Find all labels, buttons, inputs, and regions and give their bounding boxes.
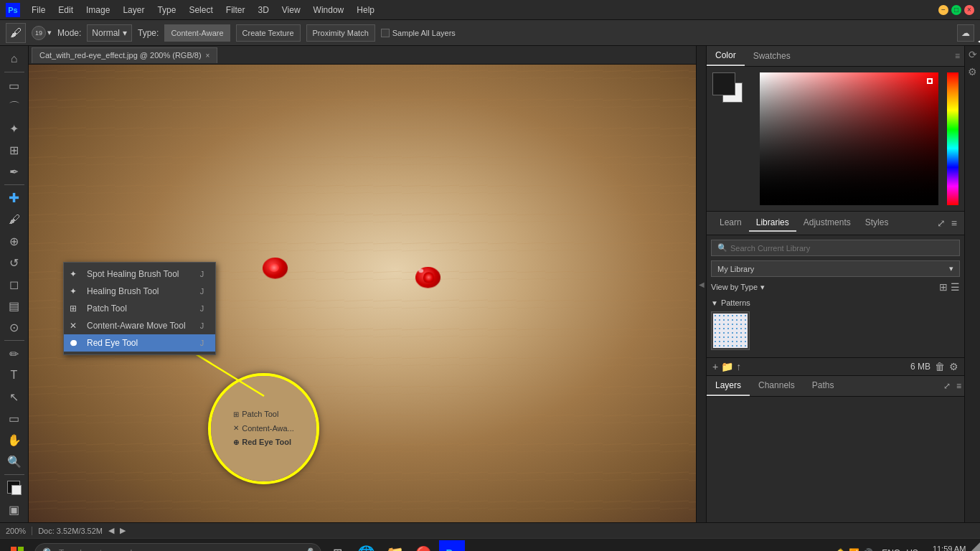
context-menu: ✦ Spot Healing Brush Tool J ✦ Healing Br… bbox=[63, 262, 216, 355]
lib-search-input[interactable] bbox=[730, 244, 953, 253]
color-gradient[interactable] bbox=[760, 72, 938, 205]
photoshop-icon[interactable]: Ps bbox=[439, 540, 465, 552]
clone-tool[interactable]: ⊕ bbox=[3, 231, 26, 251]
brush-tool[interactable]: 🖌 bbox=[3, 209, 26, 230]
tool-preset-btn[interactable]: 🖌 bbox=[6, 23, 26, 43]
lib-expand-icon[interactable]: ⤢ bbox=[936, 216, 947, 230]
tab-paths[interactable]: Paths bbox=[804, 376, 843, 396]
tab-learn[interactable]: Learn bbox=[712, 215, 749, 232]
volume-icon[interactable]: 🔊 bbox=[862, 548, 873, 552]
layers-expand-icon[interactable]: ⤢ bbox=[941, 378, 953, 394]
close-button[interactable]: × bbox=[964, 5, 974, 15]
ctx-patch-label: Patch Tool bbox=[87, 303, 127, 314]
menu-select[interactable]: Select bbox=[183, 4, 218, 17]
sample-all-layers-checkbox[interactable] bbox=[381, 29, 390, 37]
lib-dropdown[interactable]: My Library ▾ bbox=[711, 260, 960, 277]
tab-color[interactable]: Color bbox=[707, 46, 745, 66]
color-panel-menu[interactable]: ≡ bbox=[951, 48, 964, 64]
minimize-button[interactable]: − bbox=[938, 5, 948, 15]
blur-tool[interactable]: ⊙ bbox=[3, 317, 26, 337]
zoom-tool[interactable]: 🔍 bbox=[3, 451, 26, 471]
document-tab[interactable]: Cat_with_red-eye_effect.jpg @ 200% (RGB/… bbox=[32, 47, 217, 63]
menu-edit[interactable]: Edit bbox=[52, 4, 79, 17]
menu-help[interactable]: Help bbox=[351, 4, 380, 17]
layers-menu-icon[interactable]: ≡ bbox=[953, 378, 964, 394]
hue-bar[interactable] bbox=[947, 72, 958, 205]
marquee-tool[interactable]: ▭ bbox=[3, 75, 26, 95]
menu-image[interactable]: Image bbox=[80, 4, 116, 17]
quick-select-tool[interactable]: ✦ bbox=[3, 118, 26, 138]
status-nav-left[interactable]: ◀ bbox=[108, 526, 114, 535]
eyedropper-tool[interactable]: ✒ bbox=[3, 161, 26, 182]
tab-layers[interactable]: Layers bbox=[707, 376, 750, 396]
view-by-type-btn[interactable]: View by Type ▾ bbox=[711, 283, 765, 292]
lib-menu-icon[interactable]: ≡ bbox=[950, 216, 958, 230]
ctx-content-aware-move[interactable]: ✕ Content-Aware Move Tool J bbox=[64, 317, 215, 334]
add-item-icon[interactable]: + bbox=[712, 361, 718, 372]
hand-tool[interactable]: ✋ bbox=[3, 430, 26, 450]
gradient-tool[interactable]: ▤ bbox=[3, 296, 26, 316]
menu-window[interactable]: Window bbox=[308, 4, 350, 17]
tab-adjustments[interactable]: Adjustments bbox=[796, 215, 858, 232]
microphone-icon[interactable]: 🎤 bbox=[301, 547, 314, 552]
pattern-thumbnail[interactable] bbox=[711, 311, 750, 350]
tab-channels[interactable]: Channels bbox=[750, 376, 804, 396]
ctx-healing-brush-label: Healing Brush Tool bbox=[87, 286, 159, 296]
tab-close-btn[interactable]: × bbox=[206, 52, 210, 60]
chrome-icon[interactable]: 🔴 bbox=[410, 540, 436, 552]
history-tool[interactable]: ↺ bbox=[3, 253, 26, 273]
ctx-spot-healing[interactable]: ✦ Spot Healing Brush Tool J bbox=[64, 265, 215, 283]
menu-3d[interactable]: 3D bbox=[252, 4, 274, 17]
tab-swatches[interactable]: Swatches bbox=[745, 47, 799, 65]
ctx-red-eye[interactable]: ⊕ Red Eye Tool J bbox=[64, 334, 215, 352]
foreground-color[interactable] bbox=[3, 478, 26, 498]
task-view-btn[interactable]: ⊞ bbox=[324, 540, 350, 552]
delete-icon[interactable]: 🗑 bbox=[935, 361, 945, 372]
mode-dropdown[interactable]: Normal ▾ bbox=[87, 24, 132, 42]
type-btn-proximity-match[interactable]: Proximity Match bbox=[306, 24, 375, 42]
upload-icon[interactable]: ↑ bbox=[736, 361, 741, 372]
maximize-button[interactable]: □ bbox=[951, 5, 961, 15]
menu-view[interactable]: View bbox=[276, 4, 306, 17]
network-icon[interactable]: 📶 bbox=[849, 548, 859, 552]
crop-tool[interactable]: ⊞ bbox=[3, 140, 26, 160]
type-btn-content-aware[interactable]: Content-Aware bbox=[164, 24, 230, 42]
status-nav-right[interactable]: ▶ bbox=[120, 526, 126, 535]
cat-image: ✦ Spot Healing Brush Tool J ✦ Healing Br… bbox=[29, 65, 696, 522]
mag-red-eye: ⊕ Red Eye Tool bbox=[233, 435, 294, 450]
tab-styles[interactable]: Styles bbox=[858, 215, 896, 232]
history-panel-icon[interactable]: ⟳ bbox=[969, 49, 977, 60]
eraser-tool[interactable]: ◻ bbox=[3, 274, 26, 294]
tab-libraries[interactable]: Libraries bbox=[749, 215, 796, 232]
lasso-tool[interactable]: ⌒ bbox=[3, 97, 26, 117]
list-view-icon[interactable]: ☰ bbox=[951, 281, 960, 293]
move-tool[interactable]: ⌂ bbox=[3, 49, 26, 69]
type-btn-create-texture[interactable]: Create Texture bbox=[236, 24, 301, 42]
color-resize-handle[interactable] bbox=[971, 542, 980, 551]
type-tool[interactable]: T bbox=[3, 365, 26, 385]
cloud-btn[interactable]: ☁ bbox=[957, 24, 974, 42]
path-select-tool[interactable]: ↖ bbox=[3, 387, 26, 407]
start-button[interactable] bbox=[3, 539, 32, 552]
pen-tool[interactable]: ✏ bbox=[3, 344, 26, 364]
menu-layer[interactable]: Layer bbox=[117, 4, 150, 17]
taskbar-search-input[interactable] bbox=[59, 548, 297, 552]
menu-file[interactable]: File bbox=[26, 4, 51, 17]
panel-collapse-handle[interactable]: ◀ bbox=[696, 46, 706, 522]
foreground-swatch[interactable] bbox=[712, 72, 735, 95]
healing-tool[interactable]: ✚ bbox=[3, 188, 26, 208]
grid-view-icon[interactable]: ⊞ bbox=[939, 281, 948, 293]
menu-filter[interactable]: Filter bbox=[220, 4, 251, 17]
ctx-healing-brush[interactable]: ✦ Healing Brush Tool J bbox=[64, 283, 215, 300]
ctx-patch[interactable]: ⊞ Patch Tool J bbox=[64, 300, 215, 317]
add-folder-icon[interactable]: 📁 bbox=[721, 361, 733, 372]
menu-type[interactable]: Type bbox=[151, 4, 182, 17]
properties-panel-icon[interactable]: ⚙ bbox=[968, 66, 977, 77]
edge-browser-icon[interactable]: 🌐 bbox=[353, 540, 379, 552]
settings-icon[interactable]: ⚙ bbox=[949, 361, 958, 372]
canvas-container[interactable]: ✦ Spot Healing Brush Tool J ✦ Healing Br… bbox=[29, 65, 696, 522]
notifications-icon[interactable]: 🔔 bbox=[835, 548, 846, 552]
shapes-tool[interactable]: ▭ bbox=[3, 408, 26, 428]
file-explorer-icon[interactable]: 📁 bbox=[382, 540, 407, 552]
edit-mode-btn[interactable]: ▣ bbox=[3, 499, 26, 519]
